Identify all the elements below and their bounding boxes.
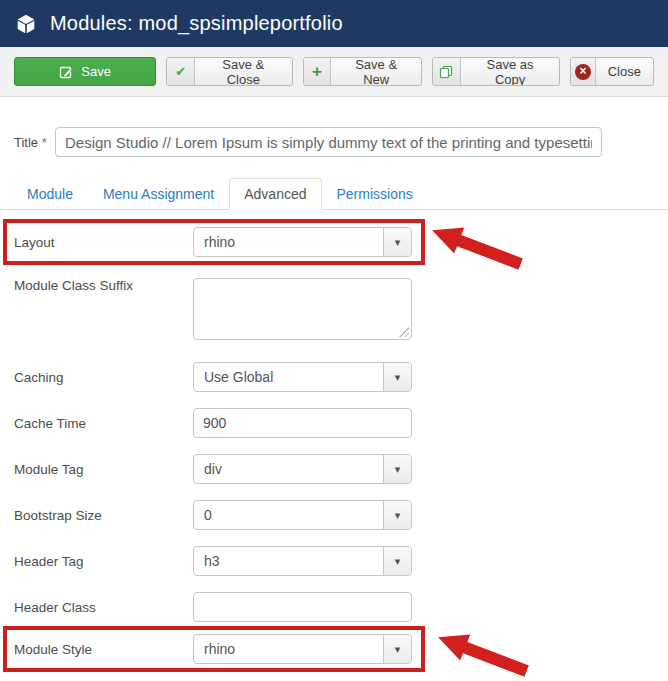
layout-row: Layout rhino ▾ <box>14 227 421 257</box>
save-button-label: Save <box>81 64 111 79</box>
module-class-suffix-wrap <box>193 278 412 340</box>
layout-select[interactable]: rhino ▾ <box>193 227 412 257</box>
save-close-button[interactable]: ✔ Save & Close <box>166 57 292 86</box>
header-tag-label: Header Tag <box>14 554 193 569</box>
save-copy-button[interactable]: Save as Copy <box>432 57 560 86</box>
chevron-down-icon[interactable]: ▾ <box>383 501 411 529</box>
title-row: Title * <box>14 127 668 157</box>
chevron-down-icon[interactable]: ▾ <box>383 363 411 391</box>
chevron-down-icon[interactable]: ▾ <box>383 455 411 483</box>
chevron-down-icon[interactable]: ▾ <box>383 228 411 256</box>
module-class-suffix-row: Module Class Suffix <box>14 278 668 340</box>
header-class-row: Header Class <box>14 592 668 622</box>
module-style-select-value: rhino <box>194 635 383 663</box>
module-tag-select[interactable]: div ▾ <box>193 454 412 484</box>
module-class-suffix-label: Module Class Suffix <box>14 278 193 293</box>
toolbar: Save ✔ Save & Close + Save & New Save as… <box>0 47 668 97</box>
caching-select[interactable]: Use Global ▾ <box>193 362 412 392</box>
bootstrap-size-row: Bootstrap Size 0 ▾ <box>14 500 668 530</box>
header-class-label: Header Class <box>14 600 193 615</box>
header-class-input[interactable] <box>193 592 412 622</box>
bootstrap-size-select-value: 0 <box>194 501 383 529</box>
header-tag-row: Header Tag h3 ▾ <box>14 546 668 576</box>
chevron-down-icon[interactable]: ▾ <box>383 547 411 575</box>
bootstrap-size-label: Bootstrap Size <box>14 508 193 523</box>
caching-select-value: Use Global <box>194 363 383 391</box>
close-circle-icon: × <box>571 58 595 85</box>
module-class-suffix-textarea[interactable] <box>193 278 412 340</box>
save-button[interactable]: Save <box>14 57 156 86</box>
module-style-highlight-box: Module Style rhino ▾ <box>3 626 425 672</box>
save-new-button[interactable]: + Save & New <box>303 57 422 86</box>
layout-label: Layout <box>14 235 193 250</box>
layout-select-value: rhino <box>194 228 383 256</box>
module-style-row: Module Style rhino ▾ <box>14 634 421 664</box>
tab-advanced[interactable]: Advanced <box>229 178 321 210</box>
title-input[interactable] <box>55 127 602 157</box>
cache-time-input[interactable] <box>193 408 412 438</box>
cube-icon <box>16 14 36 34</box>
layout-highlight-box: Layout rhino ▾ <box>3 219 425 265</box>
caching-row: Caching Use Global ▾ <box>14 362 668 392</box>
required-asterisk: * <box>42 135 47 150</box>
cache-time-label: Cache Time <box>14 416 193 431</box>
advanced-form: Layout rhino ▾ Module Class Suffix Cachi… <box>0 210 668 672</box>
save-copy-button-label: Save as Copy <box>461 58 560 85</box>
module-tag-label: Module Tag <box>14 462 193 477</box>
save-pencil-icon <box>59 65 73 79</box>
copy-icon <box>433 58 461 85</box>
header-tag-select-value: h3 <box>194 547 383 575</box>
tab-module[interactable]: Module <box>12 178 88 210</box>
tab-menu-assignment[interactable]: Menu Assignment <box>88 178 229 210</box>
tab-permissions[interactable]: Permissions <box>322 178 428 210</box>
bootstrap-size-select[interactable]: 0 ▾ <box>193 500 412 530</box>
header-tag-select[interactable]: h3 ▾ <box>193 546 412 576</box>
close-button-label: Close <box>596 58 653 85</box>
close-button[interactable]: × Close <box>570 57 654 86</box>
chevron-down-icon[interactable]: ▾ <box>383 635 411 663</box>
module-tag-select-value: div <box>194 455 383 483</box>
title-label: Title * <box>14 135 55 150</box>
tab-bar: Module Menu Assignment Advanced Permissi… <box>0 178 668 210</box>
page-title: Modules: mod_spsimpleportfolio <box>50 12 343 35</box>
module-style-select[interactable]: rhino ▾ <box>193 634 412 664</box>
plus-icon: + <box>304 58 332 85</box>
save-new-button-label: Save & New <box>331 58 421 85</box>
app-header: Modules: mod_spsimpleportfolio <box>0 0 668 47</box>
cache-time-row: Cache Time <box>14 408 668 438</box>
check-icon: ✔ <box>167 58 195 85</box>
module-tag-row: Module Tag div ▾ <box>14 454 668 484</box>
module-style-label: Module Style <box>14 642 193 657</box>
caching-label: Caching <box>14 370 193 385</box>
save-close-button-label: Save & Close <box>195 58 292 85</box>
